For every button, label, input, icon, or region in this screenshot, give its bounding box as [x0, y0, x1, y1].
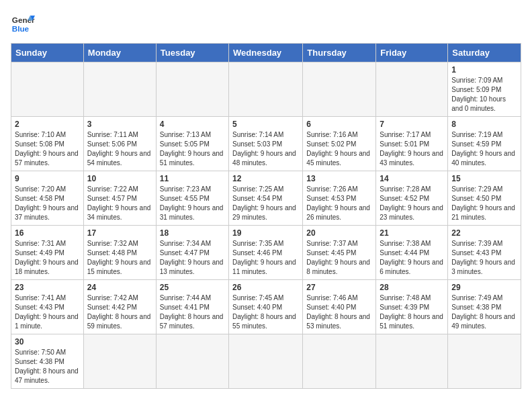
calendar-cell: 28Sunrise: 7:48 AM Sunset: 4:39 PM Dayli…: [376, 280, 448, 334]
page-header: General Blue: [11, 11, 521, 35]
calendar-cell: [376, 334, 448, 389]
calendar-cell: 22Sunrise: 7:39 AM Sunset: 4:43 PM Dayli…: [448, 226, 521, 280]
calendar-cell: [448, 334, 521, 389]
day-info: Sunrise: 7:09 AM Sunset: 5:09 PM Dayligh…: [451, 76, 517, 113]
calendar-week-row: 2Sunrise: 7:10 AM Sunset: 5:08 PM Daylig…: [11, 117, 521, 171]
day-info: Sunrise: 7:34 AM Sunset: 4:47 PM Dayligh…: [160, 239, 225, 277]
calendar-cell: [229, 334, 303, 389]
day-number: 20: [306, 228, 372, 238]
day-info: Sunrise: 7:42 AM Sunset: 4:42 PM Dayligh…: [87, 293, 152, 331]
day-number: 19: [232, 228, 299, 238]
calendar-cell: 8Sunrise: 7:19 AM Sunset: 4:59 PM Daylig…: [448, 117, 521, 171]
day-of-week-header: Monday: [83, 44, 156, 62]
day-info: Sunrise: 7:50 AM Sunset: 4:38 PM Dayligh…: [15, 348, 80, 385]
calendar-cell: [229, 62, 303, 117]
day-info: Sunrise: 7:28 AM Sunset: 4:52 PM Dayligh…: [380, 185, 444, 222]
calendar-cell: 1Sunrise: 7:09 AM Sunset: 5:09 PM Daylig…: [448, 62, 521, 117]
day-info: Sunrise: 7:23 AM Sunset: 4:55 PM Dayligh…: [160, 185, 225, 222]
calendar-week-row: 9Sunrise: 7:20 AM Sunset: 4:58 PM Daylig…: [11, 171, 521, 226]
day-info: Sunrise: 7:46 AM Sunset: 4:40 PM Dayligh…: [306, 293, 372, 331]
day-info: Sunrise: 7:10 AM Sunset: 5:08 PM Dayligh…: [15, 130, 80, 168]
day-info: Sunrise: 7:14 AM Sunset: 5:03 PM Dayligh…: [232, 130, 299, 168]
day-number: 11: [160, 174, 225, 183]
calendar-cell: 16Sunrise: 7:31 AM Sunset: 4:49 PM Dayli…: [11, 226, 84, 280]
day-number: 15: [451, 174, 517, 183]
day-info: Sunrise: 7:41 AM Sunset: 4:43 PM Dayligh…: [15, 293, 80, 331]
day-number: 1: [451, 65, 517, 75]
day-info: Sunrise: 7:20 AM Sunset: 4:58 PM Dayligh…: [15, 185, 80, 222]
calendar-cell: [376, 62, 448, 117]
day-number: 8: [451, 120, 517, 129]
day-info: Sunrise: 7:31 AM Sunset: 4:49 PM Dayligh…: [15, 239, 80, 277]
day-of-week-header: Saturday: [448, 44, 521, 62]
day-number: 13: [306, 174, 372, 183]
day-number: 23: [15, 283, 80, 292]
day-info: Sunrise: 7:26 AM Sunset: 4:53 PM Dayligh…: [306, 185, 372, 222]
day-of-week-header: Friday: [376, 44, 448, 62]
calendar-cell: 27Sunrise: 7:46 AM Sunset: 4:40 PM Dayli…: [303, 280, 376, 334]
calendar-cell: 12Sunrise: 7:25 AM Sunset: 4:54 PM Dayli…: [229, 171, 303, 226]
day-number: 16: [15, 228, 80, 238]
day-info: Sunrise: 7:25 AM Sunset: 4:54 PM Dayligh…: [232, 185, 299, 222]
day-info: Sunrise: 7:11 AM Sunset: 5:06 PM Dayligh…: [87, 130, 152, 168]
calendar-cell: 24Sunrise: 7:42 AM Sunset: 4:42 PM Dayli…: [83, 280, 156, 334]
calendar-cell: 13Sunrise: 7:26 AM Sunset: 4:53 PM Dayli…: [303, 171, 376, 226]
day-info: Sunrise: 7:48 AM Sunset: 4:39 PM Dayligh…: [380, 293, 444, 331]
day-info: Sunrise: 7:13 AM Sunset: 5:05 PM Dayligh…: [160, 130, 225, 168]
calendar-cell: 14Sunrise: 7:28 AM Sunset: 4:52 PM Dayli…: [376, 171, 448, 226]
svg-text:Blue: Blue: [12, 24, 30, 33]
day-number: 26: [232, 283, 299, 292]
day-info: Sunrise: 7:16 AM Sunset: 5:02 PM Dayligh…: [306, 130, 372, 168]
day-info: Sunrise: 7:19 AM Sunset: 4:59 PM Dayligh…: [451, 130, 517, 168]
calendar-cell: 6Sunrise: 7:16 AM Sunset: 5:02 PM Daylig…: [303, 117, 376, 171]
day-number: 24: [87, 283, 152, 292]
calendar-cell: 5Sunrise: 7:14 AM Sunset: 5:03 PM Daylig…: [229, 117, 303, 171]
day-of-week-header: Thursday: [303, 44, 376, 62]
day-number: 21: [380, 228, 444, 238]
calendar-cell: [11, 62, 84, 117]
calendar-cell: 23Sunrise: 7:41 AM Sunset: 4:43 PM Dayli…: [11, 280, 84, 334]
day-of-week-header: Wednesday: [229, 44, 303, 62]
day-number: 2: [15, 120, 80, 129]
day-number: 27: [306, 283, 372, 292]
day-info: Sunrise: 7:37 AM Sunset: 4:45 PM Dayligh…: [306, 239, 372, 277]
calendar-header-row: SundayMondayTuesdayWednesdayThursdayFrid…: [11, 44, 521, 62]
calendar-cell: 21Sunrise: 7:38 AM Sunset: 4:44 PM Dayli…: [376, 226, 448, 280]
logo: General Blue: [11, 11, 35, 35]
calendar-cell: [156, 62, 228, 117]
day-of-week-header: Sunday: [11, 44, 84, 62]
day-number: 7: [380, 120, 444, 129]
calendar-cell: [303, 62, 376, 117]
calendar-cell: 25Sunrise: 7:44 AM Sunset: 4:41 PM Dayli…: [156, 280, 228, 334]
calendar-cell: 19Sunrise: 7:35 AM Sunset: 4:46 PM Dayli…: [229, 226, 303, 280]
calendar-table: SundayMondayTuesdayWednesdayThursdayFrid…: [11, 43, 521, 389]
day-info: Sunrise: 7:49 AM Sunset: 4:38 PM Dayligh…: [451, 293, 517, 331]
day-info: Sunrise: 7:29 AM Sunset: 4:50 PM Dayligh…: [451, 185, 517, 222]
calendar-cell: [303, 334, 376, 389]
day-number: 6: [306, 120, 372, 129]
day-number: 30: [15, 337, 80, 347]
day-number: 14: [380, 174, 444, 183]
calendar-week-row: 30Sunrise: 7:50 AM Sunset: 4:38 PM Dayli…: [11, 334, 521, 389]
calendar-cell: [83, 334, 156, 389]
day-info: Sunrise: 7:17 AM Sunset: 5:01 PM Dayligh…: [380, 130, 444, 168]
calendar-cell: 29Sunrise: 7:49 AM Sunset: 4:38 PM Dayli…: [448, 280, 521, 334]
day-number: 5: [232, 120, 299, 129]
day-of-week-header: Tuesday: [156, 44, 228, 62]
calendar-cell: 3Sunrise: 7:11 AM Sunset: 5:06 PM Daylig…: [83, 117, 156, 171]
calendar-cell: 30Sunrise: 7:50 AM Sunset: 4:38 PM Dayli…: [11, 334, 84, 389]
calendar-cell: 15Sunrise: 7:29 AM Sunset: 4:50 PM Dayli…: [448, 171, 521, 226]
calendar-cell: 26Sunrise: 7:45 AM Sunset: 4:40 PM Dayli…: [229, 280, 303, 334]
day-info: Sunrise: 7:38 AM Sunset: 4:44 PM Dayligh…: [380, 239, 444, 277]
day-number: 18: [160, 228, 225, 238]
day-number: 25: [160, 283, 225, 292]
day-number: 12: [232, 174, 299, 183]
day-number: 28: [380, 283, 444, 292]
day-number: 10: [87, 174, 152, 183]
calendar-cell: [156, 334, 228, 389]
day-number: 17: [87, 228, 152, 238]
calendar-cell: 9Sunrise: 7:20 AM Sunset: 4:58 PM Daylig…: [11, 171, 84, 226]
calendar-week-row: 1Sunrise: 7:09 AM Sunset: 5:09 PM Daylig…: [11, 62, 521, 117]
calendar-cell: 18Sunrise: 7:34 AM Sunset: 4:47 PM Dayli…: [156, 226, 228, 280]
day-info: Sunrise: 7:32 AM Sunset: 4:48 PM Dayligh…: [87, 239, 152, 277]
